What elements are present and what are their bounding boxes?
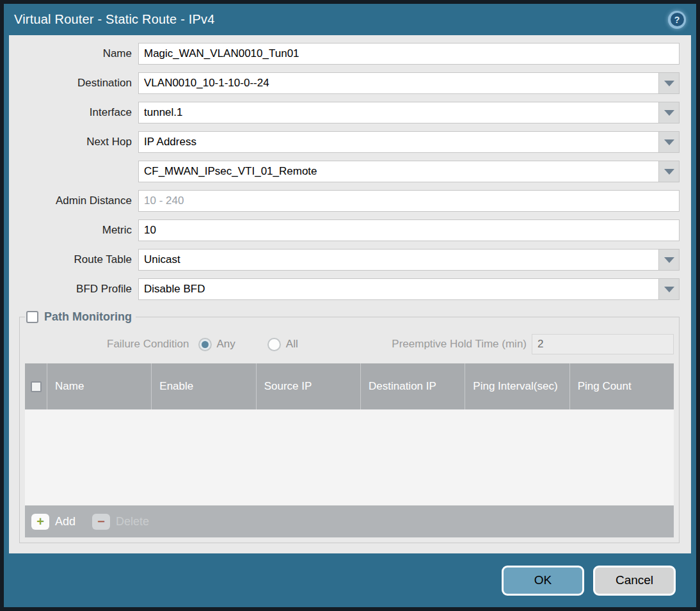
next-hop-label: Next Hop: [19, 136, 138, 148]
radio-all[interactable]: [267, 338, 281, 351]
interface-label: Interface: [19, 106, 138, 119]
metric-input[interactable]: [138, 219, 680, 241]
column-header-ping-interval: Ping Interval(sec): [465, 363, 569, 409]
column-header-enable: Enable: [151, 363, 255, 409]
preemptive-hold-time-input[interactable]: [532, 334, 674, 354]
column-header-name: Name: [47, 363, 151, 409]
select-all-checkbox[interactable]: [31, 381, 42, 392]
chevron-down-icon: [664, 257, 674, 263]
route-table-input[interactable]: [139, 250, 658, 270]
radio-all-label: All: [286, 338, 298, 351]
destination-input[interactable]: [139, 73, 658, 93]
failure-condition-row: Failure Condition Any All Preemptive Hol…: [25, 334, 674, 354]
failure-condition-any-option: Any: [198, 338, 259, 351]
bfd-profile-dropdown-button[interactable]: [658, 279, 679, 299]
next-hop-address-dropdown-button[interactable]: [658, 161, 679, 182]
column-header-destination-ip: Destination IP: [360, 363, 465, 409]
minus-icon: −: [92, 514, 110, 530]
dialog-titlebar: Virtual Router - Static Route - IPv4 ?: [4, 4, 696, 35]
bfd-profile-label: BFD Profile: [19, 283, 138, 296]
dialog-footer: OK Cancel: [4, 553, 696, 607]
destination-row: Destination: [19, 72, 680, 94]
cancel-button[interactable]: Cancel: [593, 566, 676, 596]
path-monitoring-legend: Path Monitoring: [25, 310, 136, 324]
add-button[interactable]: + Add: [31, 514, 76, 530]
name-row: Name: [19, 43, 680, 65]
interface-dropdown-button[interactable]: [658, 102, 679, 123]
static-route-dialog: Virtual Router - Static Route - IPv4 ? N…: [0, 0, 700, 611]
interface-row: Interface: [19, 102, 680, 123]
column-header-source-ip: Source IP: [256, 363, 360, 409]
name-label: Name: [19, 47, 138, 60]
table-body-empty: [25, 409, 674, 505]
ok-button[interactable]: OK: [502, 566, 584, 596]
table-header-select-all: [25, 363, 47, 409]
path-monitoring-checkbox[interactable]: [26, 311, 38, 323]
column-header-ping-count: Ping Count: [569, 363, 674, 409]
route-table-label: Route Table: [19, 253, 138, 266]
chevron-down-icon: [664, 287, 674, 292]
delete-button[interactable]: − Delete: [92, 514, 149, 530]
dialog-title: Virtual Router - Static Route - IPv4: [14, 12, 215, 27]
bfd-profile-input[interactable]: [139, 279, 658, 299]
next-hop-address-row: [19, 161, 680, 182]
delete-button-label: Delete: [116, 515, 149, 528]
next-hop-row: Next Hop: [19, 131, 680, 153]
next-hop-type-input[interactable]: [139, 132, 658, 152]
route-table-dropdown-button[interactable]: [658, 250, 679, 270]
next-hop-dropdown-button[interactable]: [658, 132, 679, 152]
admin-distance-input[interactable]: [138, 190, 680, 212]
name-input[interactable]: [138, 43, 680, 65]
admin-distance-label: Admin Distance: [19, 194, 138, 207]
dialog-content: Name Destination Interface: [9, 35, 691, 553]
route-table-row: Route Table: [19, 249, 680, 271]
admin-distance-row: Admin Distance: [19, 190, 680, 212]
path-monitoring-title: Path Monitoring: [44, 310, 132, 324]
failure-condition-all-option: All: [267, 338, 321, 351]
radio-any[interactable]: [198, 338, 212, 351]
next-hop-address-input[interactable]: [139, 161, 658, 182]
failure-condition-label: Failure Condition: [107, 338, 189, 351]
preemptive-hold-time-label: Preemptive Hold Time (min): [392, 338, 532, 351]
metric-row: Metric: [19, 219, 680, 241]
chevron-down-icon: [664, 139, 674, 145]
bfd-profile-row: BFD Profile: [19, 278, 680, 300]
table-header-row: Name Enable Source IP Destination IP Pin…: [25, 363, 674, 409]
chevron-down-icon: [664, 110, 674, 116]
add-button-label: Add: [55, 515, 76, 528]
help-icon[interactable]: ?: [668, 11, 686, 29]
interface-input[interactable]: [139, 102, 658, 123]
chevron-down-icon: [664, 169, 674, 175]
path-monitoring-table: Name Enable Source IP Destination IP Pin…: [25, 363, 674, 537]
radio-any-label: Any: [217, 338, 235, 351]
destination-dropdown-button[interactable]: [658, 73, 679, 93]
path-monitoring-section: Path Monitoring Failure Condition Any Al…: [19, 310, 680, 543]
metric-label: Metric: [19, 224, 138, 237]
chevron-down-icon: [664, 81, 674, 86]
plus-icon: +: [31, 514, 49, 530]
table-footer: + Add − Delete: [25, 505, 674, 537]
question-mark-glyph: ?: [671, 13, 684, 26]
destination-label: Destination: [19, 77, 138, 90]
